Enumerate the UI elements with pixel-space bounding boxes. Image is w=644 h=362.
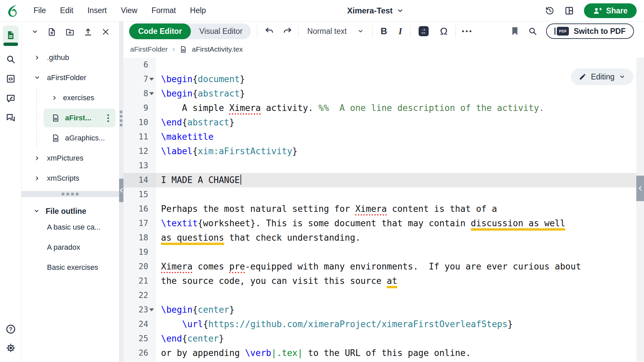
- code-line-text[interactable]: Perhaps the most natural setting for Xim…: [156, 202, 644, 216]
- tree-item-exercises[interactable]: exercises: [21, 88, 119, 108]
- fold-arrow-icon[interactable]: [149, 308, 154, 311]
- code-line-8[interactable]: 8\begin{abstract}: [123, 86, 644, 101]
- new-folder-button[interactable]: [65, 27, 74, 37]
- code-line-text[interactable]: \begin{abstract}: [156, 86, 644, 101]
- code-line-11[interactable]: 11\maketitle: [123, 130, 644, 144]
- code-line-text[interactable]: \end{abstract}: [156, 115, 644, 130]
- settings-button[interactable]: [6, 343, 16, 353]
- help-button[interactable]: ?: [6, 324, 16, 334]
- code-line-text[interactable]: \begin{document}: [156, 72, 644, 86]
- menu-item-format[interactable]: Format: [152, 6, 176, 15]
- search-tool-button[interactable]: [6, 54, 16, 64]
- code-line-20[interactable]: 20Ximera comes pre-equipped with many en…: [123, 259, 644, 274]
- insert-math-button[interactable]: -x+=: [419, 26, 429, 36]
- expand-pdf-button[interactable]: [636, 176, 644, 201]
- code-line-24[interactable]: 24 \url{https://github.com/ximeraProject…: [123, 317, 644, 331]
- code-line-text[interactable]: \end{center}: [156, 331, 644, 346]
- code-line-text[interactable]: \maketitle: [156, 130, 644, 144]
- code-line-26[interactable]: 26or by appending \verb|.tex| to the URL…: [123, 346, 644, 360]
- italic-button[interactable]: I: [398, 26, 402, 37]
- project-title[interactable]: Ximera-Test: [347, 0, 404, 21]
- code-line-23[interactable]: 23\begin{center}: [123, 303, 644, 317]
- code-line-text[interactable]: A simple Ximera activity. %% A one line …: [156, 101, 644, 115]
- file-tree-tool-button[interactable]: [3, 25, 19, 45]
- outline-item-basic-exercises[interactable]: Basic exercises: [21, 257, 119, 278]
- code-line-text[interactable]: the source code, you can visit this sour…: [156, 274, 644, 288]
- paragraph-style-dropdown[interactable]: Normal text: [307, 27, 364, 36]
- menu-item-view[interactable]: View: [121, 6, 137, 15]
- tree-item-xmpictures[interactable]: xmPictures: [21, 148, 119, 168]
- code-line-10[interactable]: 10\end{abstract}: [123, 115, 644, 130]
- menu-item-edit[interactable]: Edit: [60, 6, 73, 15]
- menu-item-file[interactable]: File: [34, 6, 46, 15]
- code-line-9[interactable]: 9 A simple Ximera activity. %% A one lin…: [123, 101, 644, 115]
- code-line-12[interactable]: 12\label{xim:aFirstActivity}: [123, 144, 644, 159]
- more-tools-button[interactable]: •••: [462, 27, 473, 35]
- tree-item-afirst[interactable]: aFirst...: [44, 109, 116, 127]
- code-line-text[interactable]: [156, 159, 644, 173]
- code-check-tool-button[interactable]: [6, 74, 16, 84]
- bookmark-button[interactable]: [511, 26, 519, 36]
- tree-item-agraphics[interactable]: aGraphics...: [21, 128, 119, 148]
- code-line-text[interactable]: [156, 360, 644, 362]
- collapse-sidebar-button[interactable]: [119, 179, 123, 202]
- history-icon[interactable]: [545, 6, 554, 15]
- chat-tool-button[interactable]: [6, 113, 16, 123]
- fold-arrow-icon[interactable]: [149, 78, 154, 81]
- code-line-15[interactable]: 15: [123, 187, 644, 202]
- sidebar-resizer[interactable]: [119, 21, 123, 362]
- redo-button[interactable]: [283, 27, 292, 36]
- code-line-text[interactable]: as questions that check understanding.: [156, 231, 644, 245]
- code-line-text[interactable]: [156, 245, 644, 259]
- tree-item-github[interactable]: .github: [21, 48, 119, 68]
- outline-resizer[interactable]: [21, 191, 119, 197]
- file-outline-header[interactable]: File outline: [21, 205, 119, 217]
- code-line-text[interactable]: Ximera comes pre-equipped with many envi…: [156, 259, 644, 274]
- item-menu-button[interactable]: [107, 117, 109, 119]
- editing-mode-button[interactable]: Editing: [571, 68, 633, 85]
- layout-icon[interactable]: [565, 6, 574, 15]
- code-editor-tab[interactable]: Code Editor: [129, 23, 191, 39]
- code-line-text[interactable]: or by appending \verb|.tex| to the URL o…: [156, 346, 644, 360]
- visual-editor-tab[interactable]: Visual Editor: [191, 27, 251, 36]
- code-line-22[interactable]: 22: [123, 288, 644, 303]
- upload-button[interactable]: [84, 27, 93, 37]
- code-line-text[interactable]: [156, 288, 644, 303]
- code-line-27[interactable]: 27: [123, 360, 644, 362]
- review-tool-button[interactable]: [6, 93, 16, 103]
- code-line-13[interactable]: 13: [123, 159, 644, 173]
- menu-item-insert[interactable]: Insert: [88, 6, 107, 15]
- code-line-25[interactable]: 25\end{center}: [123, 331, 644, 346]
- code-line-6[interactable]: 6: [123, 58, 644, 72]
- code-line-text[interactable]: \begin{center}: [156, 303, 644, 317]
- collapse-all-button[interactable]: [32, 28, 38, 35]
- bold-button[interactable]: B: [381, 26, 387, 37]
- overleaf-logo[interactable]: [5, 4, 19, 18]
- code-line-7[interactable]: 7\begin{document}: [123, 72, 644, 86]
- switch-to-pdf-button[interactable]: PDF Switch to PDF: [546, 23, 634, 39]
- code-line-text[interactable]: [156, 58, 644, 72]
- fold-arrow-icon[interactable]: [149, 92, 154, 95]
- tree-item-xmscripts[interactable]: xmScripts: [21, 168, 119, 188]
- code-line-text[interactable]: I MADE A CHANGE: [156, 173, 644, 187]
- close-panel-button[interactable]: [102, 28, 110, 36]
- code-line-text[interactable]: \url{https://github.com/ximeraProject/xi…: [156, 317, 644, 331]
- tree-item-afirstfolder[interactable]: aFirstFolder: [21, 68, 119, 88]
- code-line-16[interactable]: 16Perhaps the most natural setting for X…: [123, 202, 644, 216]
- code-line-14[interactable]: 14I MADE A CHANGE: [123, 173, 644, 187]
- undo-button[interactable]: [265, 27, 274, 36]
- code-line-19[interactable]: 19: [123, 245, 644, 259]
- search-in-file-button[interactable]: [528, 26, 537, 36]
- code-line-21[interactable]: 21the source code, you can visit this so…: [123, 274, 644, 288]
- code-line-17[interactable]: 17\textit{worksheet}. This is some docum…: [123, 216, 644, 231]
- insert-symbol-button[interactable]: Ω: [440, 25, 447, 37]
- menu-item-help[interactable]: Help: [190, 6, 206, 15]
- code-line-text[interactable]: \label{xim:aFirstActivity}: [156, 144, 644, 159]
- breadcrumb-folder[interactable]: aFirstFolder: [130, 45, 168, 53]
- outline-item-a-paradox[interactable]: A paradox: [21, 237, 119, 257]
- code-line-18[interactable]: 18as questions that check understanding.: [123, 231, 644, 245]
- new-file-button[interactable]: [47, 27, 56, 37]
- share-button[interactable]: Share: [584, 3, 637, 18]
- code-line-text[interactable]: [156, 187, 644, 202]
- code-line-text[interactable]: \textit{worksheet}. This is some documen…: [156, 216, 644, 231]
